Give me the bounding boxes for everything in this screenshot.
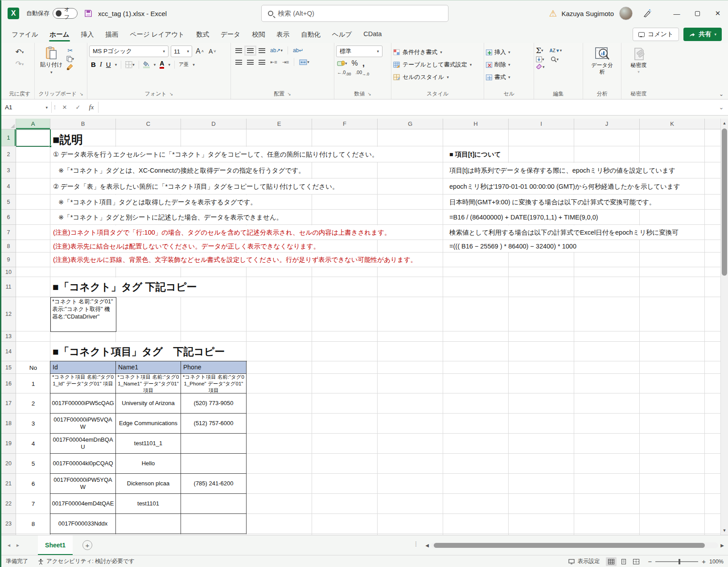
row-header-8[interactable]: 8	[1, 240, 16, 252]
collapse-ribbon-icon[interactable]: ⌄	[719, 91, 724, 97]
row-header-10[interactable]: 10	[1, 267, 16, 277]
align-bottom-button[interactable]	[259, 48, 265, 53]
find-select-button[interactable]: ▾	[551, 56, 559, 62]
font-name-select[interactable]: MS Pゴシック▾	[89, 46, 169, 57]
row-header-16[interactable]: 16	[1, 374, 16, 393]
accessibility-status[interactable]: アクセシビリティ: 検討が必要です	[38, 558, 135, 565]
excel-app-icon[interactable]: X	[8, 8, 19, 19]
comma-style-button[interactable]: ,	[362, 61, 365, 66]
table-cell-phone[interactable]: (512) 757-6000	[181, 414, 247, 434]
zoom-slider-thumb[interactable]	[679, 559, 680, 564]
table-cell-id[interactable]: 0017F00000iPW5VQAW	[50, 414, 116, 434]
cell-styles-button[interactable]: セルのスタイル▾	[393, 71, 449, 83]
row-header-22[interactable]: 22	[1, 494, 16, 514]
column-header-C[interactable]: C	[116, 119, 181, 129]
decrease-indent-button[interactable]: ⇤≡	[270, 59, 277, 65]
vertical-scrollbar[interactable]: ▲ ▼	[720, 119, 728, 535]
row-header-18[interactable]: 18	[1, 414, 16, 434]
cancel-entry-button[interactable]: ✕	[58, 99, 71, 115]
horizontal-scrollbar[interactable]: ◀ ▶	[423, 539, 726, 551]
underline-button[interactable]: U	[106, 61, 111, 68]
table-cell-phone[interactable]: (520) 773-9050	[181, 393, 247, 414]
user-name[interactable]: Kazuya Sugimoto	[561, 10, 614, 17]
redo-button[interactable]: ↷ ▾	[16, 59, 24, 69]
increase-decimal-button[interactable]: ←.0.00	[337, 70, 351, 76]
phonetic-button[interactable]: ア亜	[179, 61, 189, 68]
column-header-D[interactable]: D	[181, 119, 247, 129]
row-header-17[interactable]: 17	[1, 393, 16, 414]
table-cell-phone[interactable]: *コネクト項目 名前:"タグ01_Phone" データ"タグ01" 項目	[181, 374, 247, 393]
row-header-2[interactable]: 2	[1, 146, 16, 162]
zoom-level[interactable]: 100%	[709, 559, 724, 565]
row-header-19[interactable]: 19	[1, 434, 16, 454]
column-header-A[interactable]: A	[16, 119, 50, 129]
table-cell-id[interactable]: 0017F00004kl0pCQAQ	[50, 454, 116, 474]
grid-cells[interactable]: ■説明① データ表示を行うエクセルシートに「*コネクト」タグをコピーして、任意の…	[16, 129, 720, 535]
insert-function-button[interactable]: fx	[85, 99, 98, 115]
formula-bar-handle[interactable]: ⁞	[52, 99, 58, 115]
column-header-G[interactable]: G	[378, 119, 443, 129]
font-size-select[interactable]: 11▾	[171, 46, 192, 57]
row-header-6[interactable]: 6	[1, 210, 16, 225]
align-dialog-launcher[interactable]: ↘	[287, 91, 291, 96]
scroll-down-icon[interactable]: ▼	[721, 526, 728, 535]
data-analysis-button[interactable]: データ分析	[587, 46, 618, 77]
font-color-dropdown[interactable]: ▾	[168, 62, 170, 67]
format-cells-button[interactable]: 書式▾	[486, 71, 510, 83]
sheet-nav-arrows[interactable]: ◂▸	[8, 542, 25, 548]
table-cell-id[interactable]: 0017F00004emD4tQAE	[50, 494, 116, 514]
phonetic-dropdown[interactable]: ▾	[193, 62, 195, 67]
percent-style-button[interactable]: %	[352, 59, 358, 67]
clipboard-dialog-launcher[interactable]: ↘	[79, 91, 83, 96]
table-cell-name1[interactable]: *コネクト項目 名前:"タグ01_Name1" データ"タグ01" 項目	[116, 374, 181, 393]
ribbon-tab-データ[interactable]: データ	[215, 27, 246, 43]
ribbon-tab-表示[interactable]: 表示	[271, 27, 295, 43]
zoom-slider[interactable]	[655, 561, 698, 562]
fill-handle[interactable]	[49, 145, 52, 148]
display-settings-button[interactable]: 表示設定	[568, 558, 600, 565]
ribbon-tab-ページ レイアウト[interactable]: ページ レイアウト	[124, 27, 190, 43]
table-col-header-Id[interactable]: Id	[50, 361, 116, 374]
maximize-button[interactable]	[687, 4, 707, 23]
table-cell-name1[interactable]: Hello	[116, 454, 181, 474]
increase-font-button[interactable]: A˄	[194, 46, 205, 57]
column-header-F[interactable]: F	[312, 119, 378, 129]
table-col-header-Phone[interactable]: Phone	[181, 361, 247, 374]
table-cell-id[interactable]: 0017F000033Nddx	[50, 514, 116, 534]
table-cell-phone[interactable]	[181, 454, 247, 474]
enter-entry-button[interactable]: ✓	[71, 99, 85, 115]
cut-button[interactable]: ✂	[66, 47, 74, 54]
table-cell-name1[interactable]	[116, 514, 181, 534]
scroll-up-icon[interactable]: ▲	[721, 119, 728, 128]
copy-button[interactable]: ▾	[66, 56, 74, 62]
accounting-format-button[interactable]: ▾	[337, 61, 347, 66]
column-header-B[interactable]: B	[50, 119, 116, 129]
table-cell-id[interactable]: 0017F00000iPW5cQAG	[50, 393, 116, 414]
decrease-decimal-button[interactable]: .00→.0	[355, 70, 369, 76]
clear-button[interactable]: ▾	[536, 64, 545, 70]
align-left-button[interactable]	[235, 60, 242, 65]
row-header-15[interactable]: 15	[1, 361, 16, 374]
align-center-button[interactable]	[247, 60, 254, 65]
table-cell-phone[interactable]	[181, 494, 247, 514]
row-header-23[interactable]: 23	[1, 514, 16, 534]
table-cell-name1[interactable]: test1101	[116, 494, 181, 514]
column-header-J[interactable]: J	[574, 119, 640, 129]
ribbon-tab-ヘルプ[interactable]: ヘルプ	[326, 27, 358, 43]
increase-indent-button[interactable]: ⇥≡	[282, 59, 289, 65]
ribbon-tab-描画[interactable]: 描画	[100, 27, 124, 43]
ribbon-tab-数式[interactable]: 数式	[190, 27, 215, 43]
format-as-table-button[interactable]: テーブルとして書式設定▾	[393, 59, 472, 70]
scroll-right-icon[interactable]: ▶	[718, 543, 726, 548]
ribbon-tab-ホーム[interactable]: ホーム	[44, 27, 75, 43]
autosum-button[interactable]: Σ▾	[536, 46, 543, 55]
ribbon-tab-自動化[interactable]: 自動化	[295, 27, 326, 43]
row-header-3[interactable]: 3	[1, 162, 16, 178]
row-header-1[interactable]: 1	[1, 129, 16, 146]
table-cell-name1[interactable]: test1101_1	[116, 434, 181, 454]
pen-tool-icon[interactable]	[640, 6, 655, 21]
row-header-20[interactable]: 20	[1, 454, 16, 474]
table-cell-id[interactable]: 0017F00004emDnBQAU	[50, 434, 116, 454]
fill-color-button[interactable]	[143, 61, 150, 68]
search-input[interactable]: 検索 (Alt+Q)	[261, 5, 448, 22]
